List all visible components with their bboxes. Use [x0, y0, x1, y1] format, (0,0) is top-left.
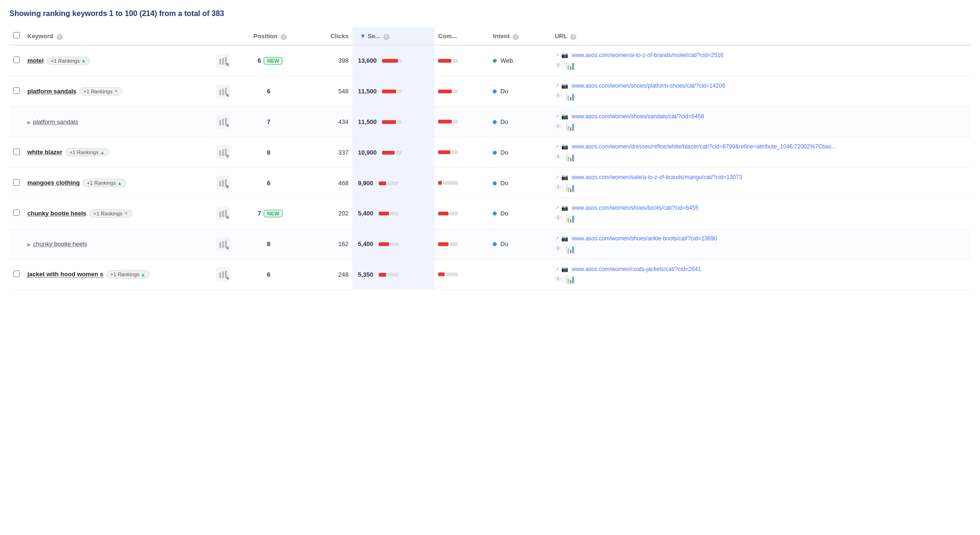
keyword-name[interactable]: chunky bootie heels — [27, 210, 86, 217]
external-link-icon[interactable]: ↗ — [555, 266, 559, 272]
camera-icon[interactable]: 📷 — [561, 235, 568, 242]
eye-icon[interactable]: 👁 — [555, 245, 562, 253]
url-text[interactable]: www.asos.com/women/coats-jackets/cat/?ci… — [572, 266, 701, 272]
rank-icon[interactable]: 6 — [216, 176, 230, 190]
external-link-icon[interactable]: ↗ — [555, 143, 559, 150]
chart-icon[interactable]: 📊 — [566, 275, 575, 284]
rankings-badge[interactable]: +1 Rankings ▼ — [79, 87, 123, 96]
search-vol-help-icon[interactable]: ? — [383, 34, 390, 40]
col-header-search-vol[interactable]: ▼ Se... ? — [352, 27, 434, 45]
url-text[interactable]: www.asos.com/women/shoes/ankle-boots/cat… — [572, 235, 717, 242]
search-vol-cell: 5,400 — [352, 198, 434, 229]
chart-icon[interactable]: 📊 — [566, 214, 575, 223]
rankings-badge[interactable]: +1 Rankings ▲ — [47, 57, 90, 65]
camera-icon[interactable]: 📷 — [561, 266, 568, 272]
row-checkbox[interactable] — [13, 179, 20, 186]
rank-icon[interactable]: 4 — [216, 206, 230, 221]
eye-icon[interactable]: 👁 — [555, 61, 562, 70]
search-vol-cell: 9,900 — [352, 168, 434, 198]
expand-arrow[interactable]: ▶ — [27, 120, 31, 125]
camera-icon[interactable]: 📷 — [561, 174, 568, 181]
svg-rect-12 — [219, 181, 221, 187]
vol-bar-bg — [399, 59, 402, 63]
rank-icon[interactable]: 4 — [216, 237, 230, 251]
rankings-arrow: ▲ — [141, 272, 146, 277]
select-all-checkbox[interactable] — [13, 32, 20, 39]
eye-icon[interactable]: 👁 — [555, 183, 562, 192]
rank-icon[interactable]: 4 — [216, 267, 230, 281]
chart-icon[interactable]: 📊 — [566, 153, 575, 162]
keyword-help-icon[interactable]: ? — [57, 34, 63, 40]
col-url-label: URL — [555, 33, 567, 40]
eye-icon[interactable]: 👁 — [555, 275, 562, 284]
col-clicks-label: Clicks — [331, 33, 349, 40]
external-link-icon[interactable]: ↗ — [555, 235, 559, 242]
svg-rect-18 — [219, 242, 221, 248]
row-checkbox[interactable] — [13, 87, 20, 94]
eye-icon[interactable]: 👁 — [555, 123, 562, 131]
intent-help-icon[interactable]: ? — [513, 34, 519, 40]
table-row: platform sandals+1 Rankings ▼ 4 6548 11,… — [9, 76, 971, 107]
row-checkbox[interactable] — [13, 57, 20, 63]
chart-icon[interactable]: 📊 — [566, 61, 575, 70]
chart-icon[interactable]: 📊 — [566, 183, 575, 192]
url-text[interactable]: www.asos.com/women/a-to-z-of-brands/mote… — [572, 52, 723, 58]
eye-icon[interactable]: 👁 — [555, 214, 562, 222]
external-link-icon[interactable]: ↗ — [555, 52, 559, 58]
keyword-name[interactable]: jacket with hood women s — [27, 271, 103, 278]
vol-bar-fill — [379, 273, 386, 277]
chart-icon[interactable]: 📊 — [566, 122, 575, 131]
rank-icon[interactable]: 5 — [216, 54, 230, 68]
url-text[interactable]: www.asos.com/women/sale/a-to-z-of-brands… — [572, 174, 742, 181]
row-checkbox[interactable] — [13, 148, 20, 155]
camera-icon[interactable]: 📷 — [561, 205, 568, 211]
keyword-name[interactable]: platform sandals — [27, 88, 76, 95]
camera-icon[interactable]: 📷 — [561, 113, 568, 120]
chart-icon[interactable]: 📊 — [566, 92, 575, 101]
col-header-url: URL ? — [551, 27, 971, 45]
url-icons: ↗ 📷 — [555, 205, 568, 211]
vol-bar-bg — [390, 242, 399, 246]
position-value: 6 — [267, 88, 270, 95]
comp-bar-fill — [438, 272, 445, 276]
row-checkbox[interactable] — [13, 271, 20, 277]
keyword-name[interactable]: platform sandals — [33, 118, 78, 125]
external-link-icon[interactable]: ↗ — [555, 205, 559, 211]
page-header: Showing ranking keywords 1 to 100 (214) … — [9, 9, 971, 18]
url-text[interactable]: www.asos.com/women/dresses/refine/white/… — [572, 143, 836, 150]
keyword-cell: motel+1 Rankings ▲ — [24, 45, 212, 76]
eye-icon[interactable]: 👁 — [555, 92, 562, 100]
position-help-icon[interactable]: ? — [281, 34, 287, 40]
keyword-name[interactable]: white blazer — [27, 148, 62, 156]
url-text[interactable]: www.asos.com/women/shoes/platform-shoes/… — [572, 82, 725, 89]
clicks-cell: 434 — [304, 107, 352, 137]
rank-icon[interactable]: 4 — [216, 115, 230, 129]
rankings-badge[interactable]: +1 Rankings ▼ — [89, 209, 133, 218]
rank-icon[interactable]: 4 — [216, 84, 230, 99]
eye-icon[interactable]: 👁 — [555, 153, 562, 162]
url-text[interactable]: www.asos.com/women/shoes/boots/cat/?cid=… — [572, 205, 698, 211]
external-link-icon[interactable]: ↗ — [555, 174, 559, 181]
svg-rect-4 — [222, 89, 224, 95]
keyword-name[interactable]: motel — [27, 57, 44, 64]
rankings-arrow: ▼ — [114, 89, 119, 94]
rank-icon-cell: 4 — [212, 76, 236, 107]
expand-arrow[interactable]: ▶ — [27, 242, 31, 247]
url-help-icon[interactable]: ? — [570, 34, 576, 40]
external-link-icon[interactable]: ↗ — [555, 113, 559, 120]
external-link-icon[interactable]: ↗ — [555, 82, 559, 89]
row-checkbox-cell — [9, 137, 24, 168]
camera-icon[interactable]: 📷 — [561, 82, 568, 89]
chart-icon[interactable]: 📊 — [566, 245, 575, 254]
camera-icon[interactable]: 📷 — [561, 143, 568, 150]
rank-icon[interactable]: 3 — [216, 145, 230, 159]
rankings-badge[interactable]: +1 Rankings ▲ — [83, 179, 126, 187]
camera-icon[interactable]: 📷 — [561, 52, 568, 58]
url-text[interactable]: www.asos.com/women/shoes/sandals/cat/?ci… — [572, 113, 704, 120]
rankings-badge[interactable]: +1 Rankings ▲ — [65, 148, 108, 156]
keyword-name[interactable]: mangoes clothing — [27, 179, 80, 186]
keyword-name[interactable]: chunky bootie heels — [33, 240, 87, 247]
rankings-badge[interactable]: +1 Rankings ▲ — [106, 270, 149, 279]
row-checkbox[interactable] — [13, 209, 20, 216]
url-cell: ↗ 📷 www.asos.com/women/shoes/ankle-boots… — [551, 229, 971, 259]
